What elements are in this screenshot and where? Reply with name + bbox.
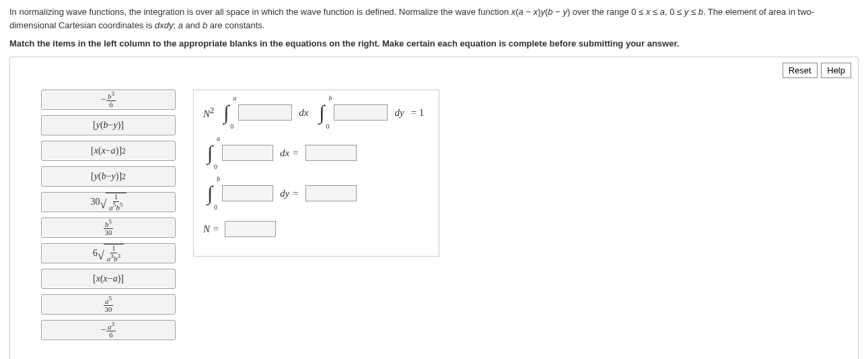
integral-icon: b ∫ 0	[313, 98, 330, 127]
reset-button[interactable]: Reset	[783, 63, 818, 78]
tile-column: − b36 [y(b − y)] [x(x − a)]2 [y(b − y)]2…	[41, 90, 176, 346]
tile-neg-a3-over-6[interactable]: − a36	[41, 320, 176, 340]
button-bar: Reset Help	[781, 63, 851, 78]
equation-row-1: N2 a ∫ 0 dx b ∫ 0 dy = 1	[201, 97, 427, 128]
equation-row-2: a ∫ 0 dx =	[201, 137, 427, 168]
tile-x-x-minus-a-sq[interactable]: [x(x − a)]2	[41, 141, 176, 161]
tile-6-sqrt-a3b3[interactable]: 6√1a3b3	[41, 243, 176, 263]
drop-slot-row2-integrand[interactable]	[222, 145, 273, 161]
tile-30-sqrt-a5b5[interactable]: 30√1a5b5	[41, 192, 176, 212]
drop-slot-row2-result[interactable]	[305, 145, 357, 161]
tile-a5-over-30[interactable]: a530	[41, 294, 176, 315]
integral-icon: b ∫ 0	[201, 178, 219, 208]
drop-slot-row1-integrand-x[interactable]	[238, 104, 292, 121]
work-area: Reset Help − b36 [y(b − y)] [x(x − a)]2 …	[9, 57, 859, 359]
drop-slot-row4-N[interactable]	[225, 221, 276, 237]
integral-icon: a ∫ 0	[217, 98, 235, 127]
equation-row-4: N =	[201, 218, 427, 240]
equation-row-3: b ∫ 0 dy =	[201, 178, 427, 209]
equation-panel: N2 a ∫ 0 dx b ∫ 0 dy = 1 a	[193, 90, 439, 257]
tile-y-b-minus-y[interactable]: [y(b − y)]	[41, 115, 176, 135]
tile-x-x-minus-a[interactable]: [x(x − a)]	[41, 269, 176, 289]
tile-b5-over-30[interactable]: b530	[41, 218, 176, 238]
drop-slot-row3-integrand[interactable]	[222, 185, 273, 201]
match-instruction: Match the items in the left column to th…	[9, 38, 859, 48]
integral-icon: a ∫ 0	[201, 138, 219, 168]
drop-slot-row1-integrand-y[interactable]	[334, 104, 388, 121]
tile-neg-b3-over-6[interactable]: − b36	[41, 90, 176, 110]
problem-intro: In normalizing wave functions, the integ…	[9, 5, 859, 32]
help-button[interactable]: Help	[821, 63, 851, 78]
tile-y-b-minus-y-sq[interactable]: [y(b − y)]2	[41, 166, 176, 187]
drop-slot-row3-result[interactable]	[305, 185, 357, 201]
